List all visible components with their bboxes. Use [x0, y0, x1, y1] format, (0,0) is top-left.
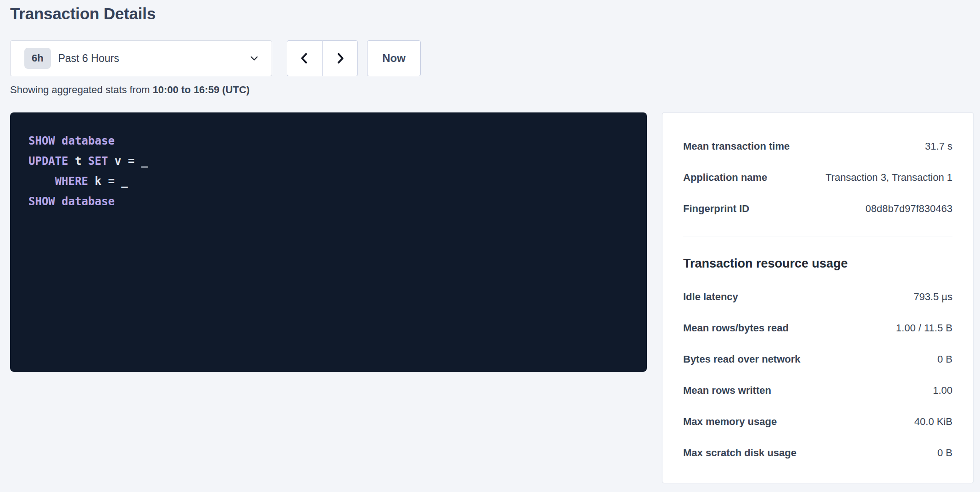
row-label: Application name — [683, 172, 767, 184]
detail-row: Mean rows/bytes read1.00 / 11.5 B — [683, 313, 952, 344]
sql-statement-box: SHOW databaseUPDATE t SET v = _ WHERE k … — [10, 112, 647, 372]
detail-row: Fingerprint ID08d8b7d97f830463 — [683, 193, 952, 224]
now-button[interactable]: Now — [367, 40, 421, 76]
row-value: 31.7 s — [925, 140, 952, 152]
aggregated-stats-summary: Showing aggregated stats from 10:00 to 1… — [10, 84, 250, 96]
summary-prefix: Showing aggregated stats from — [10, 84, 153, 95]
time-range-dropdown[interactable]: 6h Past 6 Hours — [10, 40, 272, 76]
row-label: Idle latency — [683, 291, 738, 303]
card-divider — [683, 236, 952, 236]
detail-row: Max scratch disk usage0 B — [683, 437, 952, 469]
summary-rows: Mean transaction time31.7 sApplication n… — [683, 131, 952, 224]
row-value: 08d8b7d97f830463 — [865, 203, 952, 215]
detail-row: Bytes read over network0 B — [683, 344, 952, 375]
resource-usage-heading: Transaction resource usage — [683, 256, 952, 271]
transaction-details-card: Mean transaction time31.7 sApplication n… — [662, 112, 974, 483]
transaction-details-page: Transaction Details 6h Past 6 Hours — [0, 0, 980, 492]
time-picker-bar: 6h Past 6 Hours — [10, 40, 421, 76]
next-range-button[interactable] — [322, 40, 358, 76]
row-value: 793.5 µs — [913, 291, 952, 303]
row-label: Fingerprint ID — [683, 203, 749, 215]
row-label: Max memory usage — [683, 416, 777, 428]
row-value: Transaction 3, Transaction 1 — [825, 172, 952, 184]
row-label: Max scratch disk usage — [683, 447, 796, 459]
time-range-label: Past 6 Hours — [58, 52, 119, 65]
chevron-down-icon — [249, 53, 260, 64]
row-value: 1.00 — [933, 385, 952, 397]
previous-range-button[interactable] — [287, 40, 323, 76]
row-label: Mean transaction time — [683, 140, 790, 152]
sql-line: UPDATE t SET v = _ — [28, 151, 629, 171]
detail-row: Max memory usage40.0 KiB — [683, 406, 952, 437]
time-nav-group — [287, 40, 358, 76]
sql-line: SHOW database — [28, 131, 629, 151]
row-label: Mean rows/bytes read — [683, 322, 789, 334]
summary-range: 10:00 to 16:59 (UTC) — [153, 84, 250, 95]
chevron-left-icon — [298, 51, 312, 65]
detail-row: Application nameTransaction 3, Transacti… — [683, 162, 952, 193]
row-value: 40.0 KiB — [914, 416, 952, 428]
row-label: Bytes read over network — [683, 353, 801, 365]
row-value: 0 B — [937, 353, 952, 365]
usage-rows: Idle latency793.5 µsMean rows/bytes read… — [683, 281, 952, 469]
page-title: Transaction Details — [10, 5, 156, 23]
time-range-badge: 6h — [24, 48, 51, 69]
chevron-right-icon — [333, 51, 347, 65]
row-label: Mean rows written — [683, 385, 771, 397]
row-value: 1.00 / 11.5 B — [896, 322, 952, 334]
sql-line: WHERE k = _ — [28, 171, 629, 191]
sql-line: SHOW database — [28, 191, 629, 212]
row-value: 0 B — [937, 447, 952, 459]
detail-row: Mean transaction time31.7 s — [683, 131, 952, 162]
detail-row: Idle latency793.5 µs — [683, 281, 952, 313]
detail-row: Mean rows written1.00 — [683, 375, 952, 406]
